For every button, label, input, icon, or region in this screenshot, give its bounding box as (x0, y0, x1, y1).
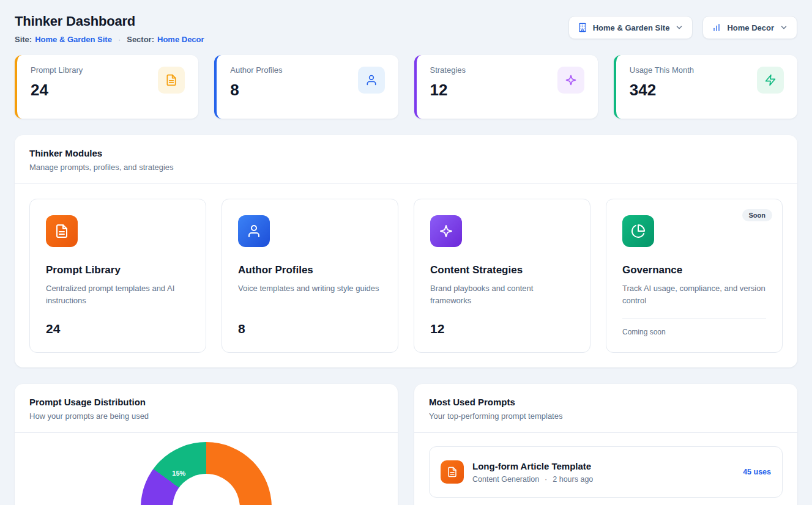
stat-text: Strategies 12 (430, 65, 466, 100)
building-icon (578, 23, 587, 32)
usage-chart-header: Prompt Usage Distribution How your promp… (15, 384, 398, 433)
module-description: Brand playbooks and content frameworks (430, 282, 574, 307)
module-count: 8 (238, 322, 382, 336)
stat-card-author-profiles: Author Profiles 8 (214, 55, 398, 119)
module-description: Voice templates and writing style guides (238, 282, 382, 295)
page-title: Thinker Dashboard (15, 13, 204, 29)
pie-chart-icon (622, 215, 654, 247)
user-icon (238, 215, 270, 247)
document-icon (158, 67, 185, 94)
site-label: Site: (15, 35, 32, 44)
stat-value: 24 (31, 81, 83, 100)
document-icon (46, 215, 78, 247)
stat-text: Author Profiles 8 (230, 65, 282, 100)
uses-badge: 45 uses (743, 468, 771, 476)
prompt-list-item[interactable]: Long-form Article Template Content Gener… (429, 446, 783, 498)
heading-block: Thinker Dashboard Site: Home & Garden Si… (15, 13, 204, 44)
topbar: Thinker Dashboard Site: Home & Garden Si… (15, 13, 797, 44)
chart-area: 15% (15, 433, 398, 505)
prompt-item-text: Long-form Article Template Content Gener… (472, 461, 593, 484)
module-card-content-strategies[interactable]: Content Strategies Brand playbooks and c… (414, 199, 590, 353)
module-card-author-profiles[interactable]: Author Profiles Voice templates and writ… (222, 199, 398, 353)
module-count: 12 (430, 322, 574, 336)
sector-selector-dropdown[interactable]: Home Decor (702, 16, 797, 39)
usage-chart-subtitle: How your prompts are being used (29, 411, 383, 421)
stat-card-prompt-library: Prompt Library 24 (15, 55, 198, 119)
coming-soon-text: Coming soon (622, 328, 766, 336)
stat-label: Usage This Month (630, 65, 694, 75)
prompt-item-category: Content Generation (472, 475, 539, 484)
chevron-down-icon (780, 23, 788, 32)
soon-badge: Soon (742, 209, 773, 221)
prompt-item-time: 2 hours ago (553, 475, 593, 484)
sparkle-star-icon (430, 215, 462, 247)
sector-selector-label: Home Decor (727, 23, 774, 32)
thinker-modules-panel: Thinker Modules Manage prompts, profiles… (15, 135, 797, 367)
modules-title: Thinker Modules (29, 148, 783, 158)
separator-dot: · (545, 475, 547, 484)
module-title: Content Strategies (430, 264, 574, 276)
most-used-prompts-panel: Most Used Prompts Your top-performing pr… (414, 384, 797, 505)
modules-header: Thinker Modules Manage prompts, profiles… (15, 135, 797, 184)
sector-label: Sector: (127, 35, 154, 44)
prompt-item-title: Long-form Article Template (472, 461, 593, 471)
stat-label: Prompt Library (31, 65, 83, 75)
module-title: Author Profiles (238, 264, 382, 276)
module-title: Prompt Library (46, 264, 190, 276)
divider (622, 319, 766, 319)
most-used-title: Most Used Prompts (429, 397, 783, 407)
module-card-governance[interactable]: Soon Governance Track AI usage, complian… (606, 199, 783, 353)
module-card-prompt-library[interactable]: Prompt Library Centralized prompt templa… (29, 199, 206, 353)
bottom-row: Prompt Usage Distribution How your promp… (15, 384, 797, 505)
most-used-header: Most Used Prompts Your top-performing pr… (414, 384, 797, 433)
module-description: Centralized prompt templates and AI inst… (46, 282, 190, 307)
sparkle-star-icon (557, 67, 584, 94)
site-selector-dropdown[interactable]: Home & Garden Site (568, 16, 693, 39)
usage-donut: 15% (141, 442, 272, 505)
modules-grid: Prompt Library Centralized prompt templa… (15, 184, 797, 367)
module-count: 24 (46, 322, 190, 336)
sector-link[interactable]: Home Decor (157, 35, 204, 44)
stat-value: 12 (430, 81, 466, 100)
stat-value: 342 (630, 81, 694, 100)
prompt-list: Long-form Article Template Content Gener… (414, 433, 797, 505)
stat-card-usage: Usage This Month 342 (614, 55, 797, 119)
site-selector-label: Home & Garden Site (593, 23, 670, 32)
dashboard-page: Thinker Dashboard Site: Home & Garden Si… (0, 0, 812, 505)
module-description: Track AI usage, compliance, and version … (622, 282, 766, 307)
prompt-item-meta: Content Generation · 2 hours ago (472, 475, 593, 484)
stat-text: Usage This Month 342 (630, 65, 694, 100)
stat-label: Author Profiles (230, 65, 282, 75)
site-link[interactable]: Home & Garden Site (35, 35, 112, 44)
stat-label: Strategies (430, 65, 466, 75)
stats-row: Prompt Library 24 Author Profiles 8 Stra… (15, 55, 797, 119)
bar-chart-icon (712, 23, 721, 32)
stat-value: 8 (230, 81, 282, 100)
usage-chart-title: Prompt Usage Distribution (29, 397, 383, 407)
lightning-icon (757, 67, 784, 94)
breadcrumb: Site: Home & Garden Site · Sector: Home … (15, 35, 204, 44)
most-used-subtitle: Your top-performing prompt templates (429, 411, 783, 421)
module-title: Governance (622, 264, 766, 276)
user-icon (358, 67, 385, 94)
prompt-usage-distribution-panel: Prompt Usage Distribution How your promp… (15, 384, 398, 505)
chevron-down-icon (675, 23, 683, 32)
donut-slice-label: 15% (172, 470, 185, 477)
stat-text: Prompt Library 24 (31, 65, 83, 100)
stat-card-strategies: Strategies 12 (414, 55, 598, 119)
document-icon (441, 460, 464, 484)
separator-dot: · (118, 35, 121, 44)
header-selectors: Home & Garden Site Home Decor (568, 16, 797, 39)
modules-subtitle: Manage prompts, profiles, and strategies (29, 163, 783, 172)
